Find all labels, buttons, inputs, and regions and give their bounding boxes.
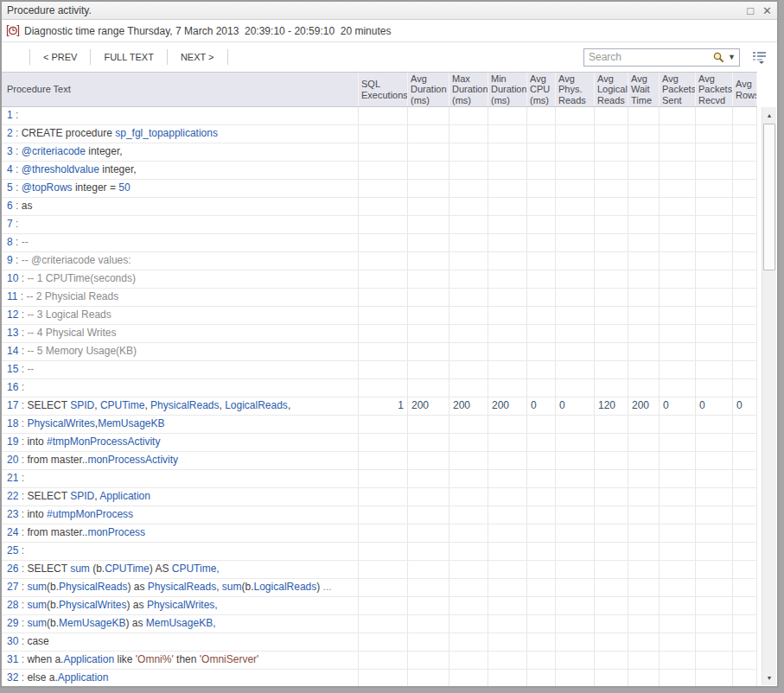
stat-cell	[556, 597, 595, 615]
stat-cell	[556, 670, 595, 686]
procedure-text-cell: 9 : -- @criteriacode values:	[2, 252, 359, 270]
search-input[interactable]	[589, 51, 712, 63]
stat-cell	[660, 652, 696, 670]
stat-cell	[595, 107, 628, 125]
scroll-up-icon[interactable]: ▲	[763, 108, 775, 122]
stat-cell	[628, 561, 660, 579]
table-row[interactable]: 12 : -- 3 Logical Reads	[2, 307, 757, 325]
stat-cell	[408, 270, 449, 289]
table-row[interactable]: 18 : PhysicalWrites,MemUsageKB	[2, 416, 757, 434]
stat-cell	[488, 125, 527, 143]
stat-cell	[556, 180, 595, 198]
table-row[interactable]: 23 : into #utmpMonProcess	[2, 506, 757, 525]
stat-cell	[488, 379, 527, 397]
table-row[interactable]: 20 : from master..monProcessActivity	[2, 452, 757, 470]
search-icon[interactable]	[712, 51, 725, 64]
column-header[interactable]: Max Duration (ms)	[449, 73, 488, 106]
stat-cell	[733, 234, 757, 252]
stat-cell	[408, 162, 449, 180]
table-row[interactable]: 31 : when a.Application like 'Omni%' the…	[2, 652, 757, 670]
column-header[interactable]: Avg Rows	[733, 73, 757, 106]
full-text-button[interactable]: FULL TEXT	[91, 48, 166, 67]
maximize-icon[interactable]: □	[747, 5, 754, 16]
stat-cell	[696, 615, 733, 633]
table-row[interactable]: 14 : -- 5 Memory Usage(KB)	[2, 343, 757, 361]
stat-cell	[359, 162, 408, 180]
table-row[interactable]: 26 : SELECT sum (b.CPUTime) AS CPUTime,	[2, 561, 757, 579]
table-row[interactable]: 9 : -- @criteriacode values:	[2, 252, 757, 270]
table-row[interactable]: 5 : @topRows integer = 50	[2, 180, 757, 198]
stat-cell	[556, 234, 595, 252]
stat-cell	[696, 270, 733, 289]
stat-cell	[628, 180, 660, 198]
table-row[interactable]: 10 : -- 1 CPUTime(seconds)	[2, 270, 757, 289]
search-options-caret-icon[interactable]: ▼	[728, 53, 736, 61]
stat-cell	[628, 379, 660, 397]
scroll-down-icon[interactable]: ▼	[763, 671, 775, 684]
stat-cell	[660, 543, 696, 561]
procedure-text-cell: 20 : from master..monProcessActivity	[2, 452, 359, 470]
stat-cell	[359, 180, 408, 198]
column-header[interactable]: Avg CPU (ms)	[527, 73, 556, 106]
column-header[interactable]: Avg Logical Reads	[595, 73, 628, 106]
column-header[interactable]: SQL Executions	[359, 73, 408, 106]
stat-cell	[408, 597, 449, 615]
diagnostic-time-range-bar: Diagnostic time range Thursday, 7 March …	[2, 20, 777, 42]
table-row[interactable]: 22 : SELECT SPID, Application	[2, 488, 757, 506]
table-row[interactable]: 6 : as	[2, 198, 757, 216]
stat-cell	[696, 234, 733, 252]
procedure-text-cell: 32 : else a.Application	[2, 670, 359, 686]
table-row[interactable]: 25 :	[2, 543, 757, 561]
vertical-scrollbar[interactable]: ▲ ▼	[762, 107, 776, 685]
table-row[interactable]: 21 :	[2, 470, 757, 488]
table-row[interactable]: 28 : sum(b.PhysicalWrites) as PhysicalWr…	[2, 597, 757, 615]
stat-cell	[733, 180, 757, 198]
table-row[interactable]: 24 : from master..monProcess	[2, 525, 757, 543]
table-row[interactable]: 17 : SELECT SPID, CPUTime, PhysicalReads…	[2, 397, 757, 416]
stat-cell	[527, 670, 556, 686]
column-header[interactable]: Avg Duration (ms)	[408, 73, 449, 106]
stat-cell	[628, 633, 660, 652]
table-row[interactable]: 11 : -- 2 Physicial Reads	[2, 289, 757, 307]
table-row[interactable]: 16 :	[2, 379, 757, 397]
scrollbar-thumb[interactable]	[763, 124, 775, 270]
table-row[interactable]: 2 : CREATE procedure sp_fgl_topapplicati…	[2, 125, 757, 143]
procedure-text-cell: 3 : @criteriacode integer,	[2, 143, 359, 162]
close-icon[interactable]: ✕	[762, 5, 772, 16]
stat-cell	[733, 379, 757, 397]
stat-cell	[733, 198, 757, 216]
stat-cell	[628, 343, 660, 361]
stat-cell	[408, 252, 449, 270]
column-header[interactable]: Avg Packets Sent	[660, 73, 696, 106]
table-row[interactable]: 7 :	[2, 216, 757, 234]
column-options-icon[interactable]	[752, 50, 767, 64]
stat-cell	[556, 525, 595, 543]
table-row[interactable]: 4 : @thresholdvalue integer,	[2, 162, 757, 180]
table-row[interactable]: 29 : sum(b.MemUsageKB) as MemUsageKB,	[2, 615, 757, 633]
next-button[interactable]: NEXT >	[168, 48, 227, 67]
stat-cell	[733, 506, 757, 525]
table-row[interactable]: 19 : into #tmpMonProcessActivity	[2, 434, 757, 452]
table-row[interactable]: 3 : @criteriacode integer,	[2, 143, 757, 162]
column-header[interactable]: Avg Packets Recvd	[696, 73, 733, 106]
table-row[interactable]: 15 : --	[2, 361, 757, 379]
stat-cell: 0	[696, 397, 733, 416]
column-header[interactable]: Avg Phys. Reads	[556, 73, 595, 106]
stat-cell	[408, 543, 449, 561]
table-row[interactable]: 1 :	[2, 107, 757, 125]
table-row[interactable]: 32 : else a.Application	[2, 670, 757, 686]
prev-button[interactable]: < PREV	[30, 48, 90, 67]
procedure-text-cell: 2 : CREATE procedure sp_fgl_topapplicati…	[2, 125, 359, 143]
table-row[interactable]: 13 : -- 4 Physical Writes	[2, 325, 757, 343]
stat-cell	[733, 597, 757, 615]
table-row[interactable]: 27 : sum(b.PhysicalReads) as PhysicalRea…	[2, 579, 757, 597]
stat-cell	[628, 670, 660, 686]
stat-cell	[449, 597, 488, 615]
stat-cell	[488, 488, 527, 506]
column-header[interactable]: Avg Wait Time	[628, 73, 660, 106]
table-row[interactable]: 30 : case	[2, 633, 757, 652]
column-header[interactable]: Min Duration (ms)	[488, 73, 527, 106]
table-row[interactable]: 8 : --	[2, 234, 757, 252]
column-header[interactable]: Procedure Text	[2, 73, 359, 106]
stat-cell	[733, 325, 757, 343]
